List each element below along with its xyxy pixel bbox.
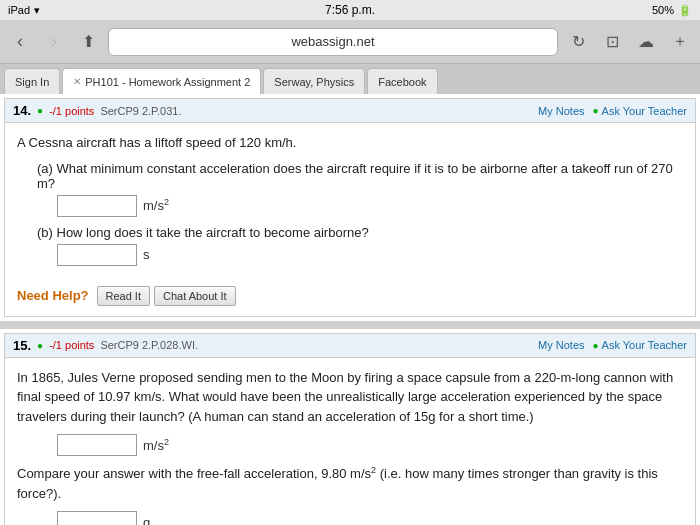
carrier-label: iPad [8, 4, 30, 16]
problem-14-points: -/1 points [49, 105, 94, 117]
problem-15-ask-dot: ● [593, 340, 599, 351]
url-text: webassign.net [291, 34, 374, 49]
problem-14-read-it[interactable]: Read It [97, 286, 150, 306]
problem-15-compare-unit: g [143, 515, 150, 525]
separator-1 [0, 321, 700, 329]
problem-15-ask-teacher[interactable]: ● Ask Your Teacher [593, 339, 687, 351]
forward-button[interactable]: › [40, 28, 68, 56]
problem-14-body: A Cessna aircraft has a liftoff speed of… [5, 123, 695, 280]
tab-homework[interactable]: ✕ PH101 - Homework Assignment 2 [62, 68, 261, 94]
tab-sign-in[interactable]: Sign In [4, 68, 60, 94]
tab-facebook[interactable]: Facebook [367, 68, 437, 94]
refresh-button[interactable]: ↻ [564, 28, 592, 56]
problem-14-dot: ● [37, 105, 43, 116]
ask-teacher-dot: ● [593, 105, 599, 116]
share-button[interactable]: ⬆ [74, 28, 102, 56]
browser-toolbar: ‹ › ⬆ webassign.net ↻ ⊡ ☁ ＋ [0, 20, 700, 64]
problem-14-need-help: Need Help? [17, 288, 89, 303]
battery-label: 50% [652, 4, 674, 16]
problem-15-part-a-input-row: m/s2 [57, 434, 683, 456]
problem-14-num: 14. [13, 103, 31, 118]
problem-15-header: 15. ● -/1 points SerCP9 2.P.028.WI. My N… [5, 334, 695, 358]
problem-14-part-b-label: (b) How long does it take the aircraft t… [37, 225, 683, 240]
problem-15-part-a-unit: m/s2 [143, 437, 169, 453]
problem-14-header-right: My Notes ● Ask Your Teacher [538, 105, 687, 117]
problem-14-part-a-unit: m/s2 [143, 197, 169, 213]
problem-15-compare-text: Compare your answer with the free-fall a… [17, 464, 683, 503]
status-time: 7:56 p.m. [325, 3, 375, 17]
problem-14: 14. ● -/1 points SerCP9 2.P.031. My Note… [4, 98, 696, 317]
problem-15-compare-input-row: g [57, 511, 683, 525]
tab-homework-label: PH101 - Homework Assignment 2 [85, 76, 250, 88]
status-right: 50% 🔋 [652, 4, 692, 17]
problem-14-part-a-input-row: m/s2 [57, 195, 683, 217]
problem-14-id: SerCP9 2.P.031. [100, 105, 181, 117]
battery-icon: 🔋 [678, 4, 692, 17]
content-area: 14. ● -/1 points SerCP9 2.P.031. My Note… [0, 94, 700, 525]
address-bar[interactable]: webassign.net [108, 28, 558, 56]
problem-15-compare-input[interactable] [57, 511, 137, 525]
problem-14-part-a-input[interactable] [57, 195, 137, 217]
problem-15-my-notes[interactable]: My Notes [538, 339, 584, 351]
wifi-icon: ▾ [34, 4, 40, 17]
problem-15-header-left: 15. ● -/1 points SerCP9 2.P.028.WI. [13, 338, 198, 353]
problem-14-help: Need Help? Read It Chat About It [5, 280, 695, 316]
problem-15-header-right: My Notes ● Ask Your Teacher [538, 339, 687, 351]
problem-14-my-notes[interactable]: My Notes [538, 105, 584, 117]
problem-15-dot: ● [37, 340, 43, 351]
problem-14-part-b-input-row: s [57, 244, 683, 266]
problem-14-header: 14. ● -/1 points SerCP9 2.P.031. My Note… [5, 99, 695, 123]
tabs-button[interactable]: ⊡ [598, 28, 626, 56]
tab-serway[interactable]: Serway, Physics [263, 68, 365, 94]
tab-facebook-label: Facebook [378, 76, 426, 88]
status-left: iPad ▾ [8, 4, 40, 17]
problem-14-text: A Cessna aircraft has a liftoff speed of… [17, 133, 683, 153]
problem-15-ask-label: Ask Your Teacher [602, 339, 687, 351]
tabs-bar: Sign In ✕ PH101 - Homework Assignment 2 … [0, 64, 700, 94]
tab-serway-label: Serway, Physics [274, 76, 354, 88]
problem-15-points: -/1 points [49, 339, 94, 351]
ask-teacher-label: Ask Your Teacher [602, 105, 687, 117]
new-tab-button[interactable]: ＋ [666, 28, 694, 56]
problem-15: 15. ● -/1 points SerCP9 2.P.028.WI. My N… [4, 333, 696, 526]
problem-14-part-a-label: (a) What minimum constant acceleration d… [37, 161, 683, 191]
problem-14-chat-about-it[interactable]: Chat About It [154, 286, 236, 306]
problem-14-part-b-input[interactable] [57, 244, 137, 266]
problem-14-part-b-unit: s [143, 247, 150, 262]
back-button[interactable]: ‹ [6, 28, 34, 56]
problem-15-text: In 1865, Jules Verne proposed sending me… [17, 368, 683, 427]
tab-x-icon[interactable]: ✕ [73, 76, 81, 87]
problem-14-ask-teacher[interactable]: ● Ask Your Teacher [593, 105, 687, 117]
icloud-button[interactable]: ☁ [632, 28, 660, 56]
problem-15-body: In 1865, Jules Verne proposed sending me… [5, 358, 695, 526]
problem-14-header-left: 14. ● -/1 points SerCP9 2.P.031. [13, 103, 182, 118]
tab-sign-in-label: Sign In [15, 76, 49, 88]
problem-15-part-a-input[interactable] [57, 434, 137, 456]
problem-15-num: 15. [13, 338, 31, 353]
status-bar: iPad ▾ 7:56 p.m. 50% 🔋 [0, 0, 700, 20]
problem-15-id: SerCP9 2.P.028.WI. [100, 339, 198, 351]
